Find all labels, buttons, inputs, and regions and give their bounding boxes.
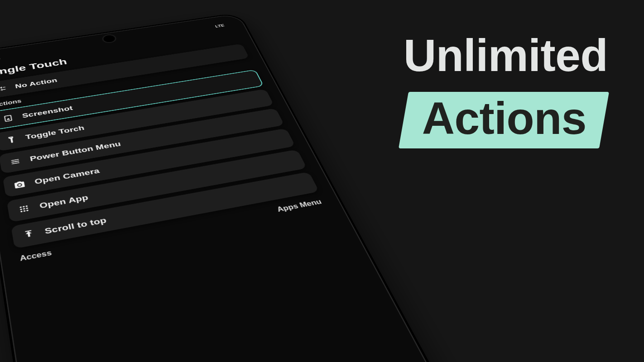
svg-point-3 (25, 205, 28, 207)
svg-point-2 (23, 206, 25, 208)
wifi-icon (211, 25, 214, 29)
svg-point-4 (20, 209, 22, 210)
svg-point-8 (24, 210, 26, 212)
signal-icon (226, 23, 228, 27)
svg-point-5 (23, 208, 25, 210)
svg-point-7 (20, 210, 23, 212)
action-label: Scroll to top (44, 216, 108, 236)
sliders-icon (0, 85, 7, 93)
action-label: Open App (39, 193, 90, 210)
action-label: Screenshot (21, 105, 73, 119)
menu-icon (9, 157, 22, 167)
action-label: Toggle Torch (25, 124, 85, 141)
network-label: LTE (214, 24, 225, 29)
headline-pill: Actions (399, 92, 609, 148)
action-label: Open Camera (34, 167, 101, 186)
screen-content: Single Touch No Action Actions Screensho… (0, 27, 332, 265)
apps-grid-icon (17, 204, 31, 214)
svg-point-1 (19, 206, 22, 208)
headline-line-1: Unlimited (404, 32, 608, 79)
svg-point-6 (26, 207, 28, 209)
status-icons: LTE (211, 22, 230, 29)
camera-icon (13, 180, 26, 190)
screenshot-icon (2, 114, 14, 123)
status-time: 2:00 (0, 57, 0, 64)
headline-line-2: Actions (422, 95, 586, 142)
phone-mockup: 2:00 LTE Single Touch (0, 9, 344, 362)
marketing-headline: Unlimited Actions (404, 32, 608, 148)
no-action-label: No Action (14, 77, 58, 90)
access-section-label: Access (19, 249, 53, 262)
svg-point-9 (26, 210, 29, 211)
access-row-apps-menu-label[interactable]: Apps Menu (276, 198, 323, 214)
flashlight-icon (5, 135, 17, 144)
arrow-up-icon (22, 229, 36, 240)
battery-icon (228, 22, 231, 27)
